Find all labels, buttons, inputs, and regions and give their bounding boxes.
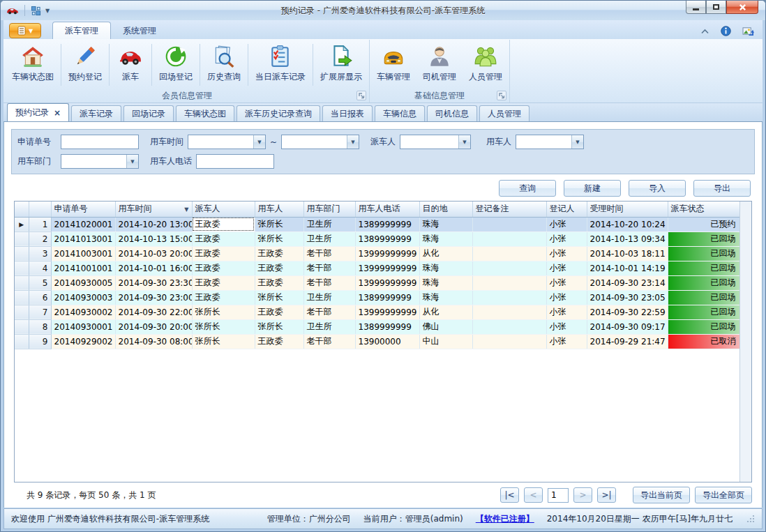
cell-用车时间[interactable]: 2014-09-30 20:00: [115, 319, 192, 334]
restore-button[interactable]: [706, 1, 726, 14]
cell-用车部门[interactable]: 卫生所: [303, 231, 355, 246]
cell-受理时间[interactable]: 2014-09-30 22:59: [587, 305, 668, 319]
cell-用车部门[interactable]: 老干部: [303, 246, 355, 261]
ribbon-button-当日派车记录[interactable]: 当日派车记录: [249, 40, 312, 90]
cell-登记备注[interactable]: [472, 231, 546, 246]
column-header-用车人[interactable]: 用车人: [255, 202, 303, 217]
cell-派车人[interactable]: 王政委: [192, 246, 255, 261]
cell-登记备注[interactable]: [472, 217, 546, 231]
query-button[interactable]: 查询: [499, 180, 556, 197]
cell-用车时间[interactable]: 2014-10-01 16:00: [115, 261, 192, 275]
export-all-pages-button[interactable]: 导出全部页: [695, 487, 752, 503]
cell-用车人电话[interactable]: 1389999999: [355, 290, 419, 305]
cell-用车部门[interactable]: 卫生所: [303, 290, 355, 305]
cell-申请单号[interactable]: 20140930003: [51, 290, 115, 305]
new-button[interactable]: 新建: [564, 180, 621, 197]
ribbon-button-回场登记[interactable]: 回场登记: [153, 40, 199, 90]
cell-受理时间[interactable]: 2014-09-30 23:05: [587, 290, 668, 305]
table-row[interactable]: 6201409300032014-09-30 23:00王政委张所长卫生所138…: [15, 290, 739, 305]
cell-用车人电话[interactable]: 13999999999: [355, 305, 419, 319]
chevron-down-icon[interactable]: ▼: [347, 135, 359, 149]
document-tab-车辆信息[interactable]: 车辆信息: [375, 105, 425, 121]
cell-登记备注[interactable]: [472, 334, 546, 349]
cell-登记人[interactable]: 小张: [546, 275, 587, 290]
dialog-launcher-icon[interactable]: [497, 91, 506, 100]
department-select[interactable]: ▼: [61, 154, 139, 169]
ribbon-button-车辆状态图[interactable]: 车辆状态图: [6, 40, 60, 90]
document-tab-派车历史记录查询[interactable]: 派车历史记录查询: [236, 105, 320, 121]
document-tab-预约记录[interactable]: 预约记录×: [7, 103, 69, 121]
cell-登记人[interactable]: 小张: [546, 246, 587, 261]
cell-受理时间[interactable]: 2014-09-29 21:47: [587, 334, 668, 349]
chevron-down-icon[interactable]: ▼: [253, 135, 265, 149]
dispatch-status-badge[interactable]: 已回场: [668, 305, 739, 319]
cell-用车人[interactable]: 王政委: [255, 334, 303, 349]
use-time-from-select[interactable]: ▼: [188, 135, 266, 149]
cell-登记备注[interactable]: [472, 275, 546, 290]
cell-用车人[interactable]: 王政委: [255, 246, 303, 261]
cell-申请单号[interactable]: 20141003001: [51, 246, 115, 261]
dispatch-status-badge[interactable]: 已回场: [668, 290, 739, 305]
cell-用车人电话[interactable]: 1389999999: [355, 217, 419, 231]
cell-目的地[interactable]: 珠海: [419, 217, 472, 231]
cell-派车人[interactable]: 王政委: [192, 231, 255, 246]
cell-受理时间[interactable]: 2014-09-30 09:17: [587, 319, 668, 334]
export-button[interactable]: 导出: [693, 180, 751, 197]
dispatch-status-badge[interactable]: 已回场: [668, 261, 739, 275]
cell-用车人电话[interactable]: 13999999999: [355, 275, 419, 290]
cell-申请单号[interactable]: 20140930001: [51, 319, 115, 334]
dispatch-status-badge[interactable]: 已预约: [668, 217, 739, 231]
cell-用车时间[interactable]: 2014-10-13 15:00: [115, 231, 192, 246]
application-no-input[interactable]: [61, 135, 139, 149]
close-tab-icon[interactable]: ×: [54, 109, 61, 117]
next-page-button[interactable]: >: [573, 487, 592, 503]
document-tab-派车记录[interactable]: 派车记录: [71, 105, 121, 121]
cell-用车时间[interactable]: 2014-10-03 20:00: [115, 246, 192, 261]
dispatch-status-badge[interactable]: 已回场: [668, 319, 739, 334]
about-mail-icon[interactable]: [742, 26, 754, 36]
cell-用车人电话[interactable]: 1389999999: [355, 231, 419, 246]
cell-用车时间[interactable]: 2014-09-30 22:00: [115, 305, 192, 319]
user-select[interactable]: ▼: [516, 135, 584, 149]
cell-登记人[interactable]: 小张: [546, 334, 587, 349]
cell-派车人[interactable]: 王政委: [192, 217, 255, 231]
cell-用车人电话[interactable]: 1389999999: [355, 319, 419, 334]
column-header-用车部门[interactable]: 用车部门: [303, 202, 355, 217]
cell-目的地[interactable]: 从化: [419, 305, 472, 319]
ribbon-button-预约登记[interactable]: 预约登记: [62, 40, 108, 90]
cell-目的地[interactable]: 中山: [419, 334, 472, 349]
ribbon-tab-dispatch[interactable]: 派车管理: [52, 22, 111, 39]
document-tab-车辆状态图[interactable]: 车辆状态图: [176, 105, 234, 121]
column-header-派车人[interactable]: 派车人: [192, 202, 255, 217]
cell-用车人电话[interactable]: 13900000: [355, 334, 419, 349]
resize-grip-icon[interactable]: [746, 515, 755, 523]
document-tab-司机信息[interactable]: 司机信息: [427, 105, 477, 121]
quick-access-dropdown-icon[interactable]: ▼: [45, 8, 50, 14]
info-icon[interactable]: [721, 26, 731, 36]
use-time-to-select[interactable]: ▼: [281, 135, 359, 149]
column-header-申请单号[interactable]: 申请单号: [51, 202, 115, 217]
cell-申请单号[interactable]: 20140930002: [51, 305, 115, 319]
cell-用车人[interactable]: 张所长: [255, 217, 303, 231]
cell-用车部门[interactable]: 老干部: [303, 334, 355, 349]
cell-派车人[interactable]: 王政委: [192, 261, 255, 275]
cell-登记备注[interactable]: [472, 290, 546, 305]
cell-用车人[interactable]: 王政委: [255, 261, 303, 275]
ribbon-button-司机管理[interactable]: 司机管理: [416, 40, 463, 90]
dispatch-status-badge[interactable]: 已取消: [668, 334, 739, 349]
prev-page-button[interactable]: <: [524, 487, 543, 503]
cell-用车人电话[interactable]: 13999999999: [355, 246, 419, 261]
cell-用车时间[interactable]: 2014-10-20 13:00: [115, 217, 192, 231]
cell-受理时间[interactable]: 2014-10-20 10:24: [587, 217, 668, 231]
cell-目的地[interactable]: 佛山: [419, 319, 472, 334]
cell-派车人[interactable]: 王政委: [192, 275, 255, 290]
ribbon-tab-system[interactable]: 系统管理: [111, 23, 168, 39]
table-row[interactable]: 8201409300012014-09-30 20:00张所长张所长卫生所138…: [15, 319, 739, 334]
application-menu-button[interactable]: ▼: [9, 23, 41, 38]
ribbon-button-扩展屏显示[interactable]: 扩展屏显示: [314, 40, 368, 90]
cell-登记备注[interactable]: [472, 261, 546, 275]
row-number-cell[interactable]: 6: [29, 290, 51, 305]
cell-登记人[interactable]: 小张: [546, 231, 587, 246]
quick-access-layout-icon[interactable]: [31, 6, 41, 16]
sort-desc-icon[interactable]: ▼: [184, 206, 188, 213]
